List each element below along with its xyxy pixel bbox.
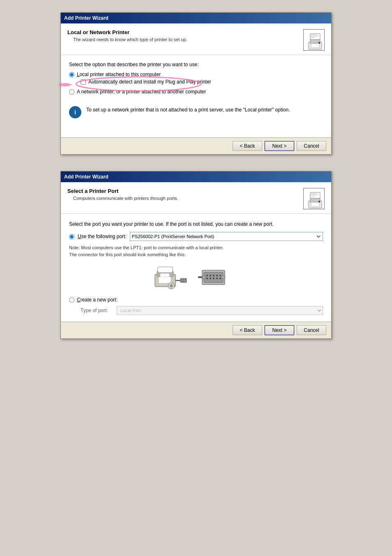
use-port-label[interactable]: Use the following port: [78,234,127,239]
wizard1-next-button[interactable]: Next > [265,141,294,151]
printer-icon-svg [304,30,326,52]
wizard1-window: Add Printer Wizard Local or Network Prin… [60,12,332,155]
wizard1-instruction: Select the option that describes the pri… [69,62,323,67]
use-port-radio[interactable] [69,234,74,239]
local-printer-option: Local printer attached to this computer [69,72,323,77]
pnp-checkbox[interactable] [81,79,86,85]
svg-point-41 [202,276,205,279]
wizard2-window: Add Printer Wizard Select a Printer Port… [60,171,332,339]
wizard1-info-text: To set up a network printer that is not … [86,106,290,114]
svg-rect-20 [159,277,171,283]
wizard1-options: Local printer attached to this computer … [69,72,323,95]
wizard2-cancel-button[interactable]: Cancel [297,325,326,335]
network-printer-label-text: A network printer, or a printer attached… [77,89,206,95]
svg-rect-12 [311,202,319,206]
wizard2-next-button[interactable]: Next > [265,325,294,335]
svg-point-39 [216,278,218,279]
local-printer-radio[interactable] [69,72,74,77]
create-port-option: Create a new port: [69,297,323,303]
wizard1-header-title: Local or Network Printer [67,29,187,35]
pnp-option: Automatically detect and install my Plug… [81,79,323,85]
wizard2-instruction: Select the port you want your printer to… [69,220,323,228]
svg-point-38 [213,278,214,279]
svg-point-13 [318,201,320,202]
wizard1-printer-icon [303,29,325,51]
wizard1-back-button[interactable]: < Back [233,141,262,151]
svg-rect-14 [310,193,317,194]
svg-rect-27 [183,281,184,282]
wizard2-titlebar: Add Printer Wizard [61,171,331,182]
port-type-dropdown[interactable]: Local Port [117,306,323,315]
svg-point-35 [219,275,221,276]
port-type-label-text: Type of port: [81,308,108,313]
svg-point-40 [219,278,221,279]
svg-rect-22 [180,278,187,283]
local-printer-label[interactable]: Local printer attached to this computer [77,72,161,77]
svg-rect-7 [310,37,315,38]
wizard2-back-button[interactable]: < Back [233,325,262,335]
wizard2-header-title: Select a Printer Port [67,188,178,194]
wizard1-header-text: Local or Network Printer The wizard need… [67,29,187,42]
wizard1-title-text: Add Printer Wizard [64,15,108,21]
svg-point-31 [206,275,208,276]
svg-point-36 [206,278,208,279]
create-port-label-text: reate a new port: [81,297,118,303]
port-connector-illustration [198,262,239,293]
info-icon: i [69,106,81,118]
svg-point-33 [213,275,214,276]
wizard2-title-text: Add Printer Wizard [64,174,108,180]
printer-icon-svg-2 [304,189,326,211]
network-printer-label[interactable]: A network printer, or a printer attached… [77,89,206,95]
svg-rect-21 [160,273,169,277]
wizard2-footer: < Back Next > Cancel [61,322,331,338]
port-note: Note: Most computers use the LPT1: port … [69,244,323,258]
port-type-label: Type of port: [81,308,113,313]
use-port-label-text: se the following port: [81,234,127,239]
svg-rect-24 [183,279,184,280]
svg-point-4 [318,42,320,44]
annotation-arrow [57,81,73,89]
wizard1-body: Select the option that describes the pri… [61,55,331,137]
create-port-section: Create a new port: Type of port: Local P… [69,297,323,315]
wizard2-body: Select the port you want your printer to… [61,214,331,322]
network-printer-option: A network printer, or a printer attached… [69,89,323,95]
svg-rect-26 [182,281,182,282]
port-type-row: Type of port: Local Port [81,306,323,315]
pnp-option-wrapper: Automatically detect and install my Plug… [69,79,323,86]
wizard1-header-subtitle: The wizard needs to know which type of p… [73,37,187,42]
svg-rect-3 [311,44,319,48]
create-port-radio[interactable] [69,297,74,303]
svg-rect-5 [310,35,317,35]
svg-point-37 [210,278,211,279]
wizard1-header: Local or Network Printer The wizard need… [61,23,331,55]
wizard1-footer: < Back Next > Cancel [61,137,331,154]
svg-rect-16 [310,196,315,197]
svg-point-42 [221,276,225,279]
svg-point-32 [210,275,211,276]
port-illustration [69,262,323,293]
network-printer-radio[interactable] [69,89,74,95]
create-port-label[interactable]: Create a new port: [77,297,118,303]
port-printer-illustration [153,262,190,293]
wizard2-header: Select a Printer Port Computers communic… [61,182,331,214]
wizard2-header-subtitle: Computers communicate with printers thro… [73,196,178,201]
wizard2-printer-icon [303,188,325,209]
port-dropdown[interactable]: PS256002-P1 (PrintServer Network Port) L… [130,232,323,241]
wizard1-cancel-button[interactable]: Cancel [297,141,326,151]
wizard1-titlebar: Add Printer Wizard [61,13,331,23]
pnp-label[interactable]: Automatically detect and install my Plug… [88,79,211,85]
svg-rect-19 [158,267,173,273]
pnp-label-text: Automatically detect and install my Plug… [88,79,211,85]
svg-rect-6 [310,36,318,37]
svg-rect-25 [185,279,186,280]
use-port-row: Use the following port: PS256002-P1 (Pri… [69,232,323,241]
svg-rect-23 [182,279,182,280]
svg-rect-30 [204,272,223,283]
wizard1-info-box: i To set up a network printer that is no… [69,103,323,122]
wizard2-header-text: Select a Printer Port Computers communic… [67,188,178,201]
svg-rect-15 [310,195,318,195]
svg-point-34 [216,275,218,276]
